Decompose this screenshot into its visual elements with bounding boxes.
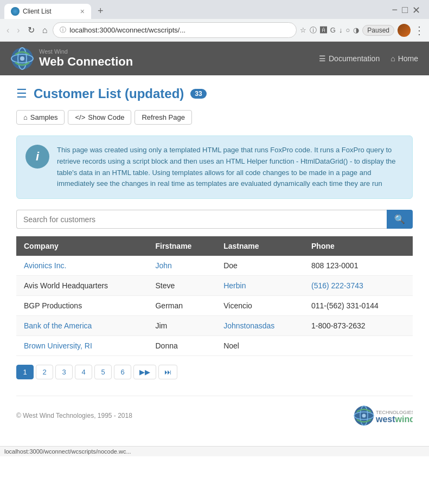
table-link[interactable]: John <box>155 261 171 270</box>
list-icon: ☰ <box>16 87 27 101</box>
customer-table: Company Firstname Lastname Phone Avionic… <box>16 236 413 356</box>
ext-icon2[interactable]: G <box>330 26 336 34</box>
table-link[interactable]: Johnstonasdas <box>223 321 274 330</box>
table-link[interactable]: Avionics Inc. <box>24 261 66 270</box>
maximize-button[interactable]: □ <box>402 4 408 16</box>
refresh-page-button[interactable]: Refresh Page <box>135 110 192 125</box>
next-page-button[interactable]: ▶▶ <box>133 365 156 379</box>
table-cell: 1-800-873-2632 <box>304 316 413 336</box>
table-header: Company Firstname Lastname Phone <box>16 236 413 256</box>
lock-icon: ⓘ <box>60 25 66 35</box>
info-icon[interactable]: ⓘ <box>310 25 317 35</box>
table-cell[interactable]: John <box>148 256 216 276</box>
table-cell[interactable]: Avionics Inc. <box>16 256 148 276</box>
footer: © West Wind Technologies, 1995 - 2018 TE… <box>16 396 413 435</box>
home-button[interactable]: ⌂ <box>40 23 50 37</box>
logo-svg <box>11 47 34 70</box>
page-button-1[interactable]: 1 <box>16 365 34 379</box>
count-badge: 33 <box>190 89 206 99</box>
table-body: Avionics Inc.JohnDoe808 123-0001Avis Wor… <box>16 256 413 356</box>
page-button-2[interactable]: 2 <box>36 365 53 379</box>
footer-logo: TECHNOLOGIES westwind <box>353 405 413 427</box>
search-button[interactable]: 🔍 <box>387 210 413 229</box>
table-cell: 011-(562) 331-0144 <box>304 296 413 316</box>
col-phone: Phone <box>304 236 413 256</box>
address-bar: ‹ › ↻ ⌂ ⓘ localhost:3000/wconnect/wcscri… <box>0 19 429 41</box>
code-icon: </> <box>75 113 85 121</box>
logo-text: West Wind Web Connection <box>39 48 133 69</box>
status-text: localhost:3000/wconnect/wcscripts/nocode… <box>4 448 131 455</box>
table-cell: BGP Productions <box>16 296 148 316</box>
info-box: i This page was created using only a tem… <box>16 135 413 199</box>
table-cell[interactable]: Johnstonasdas <box>216 316 304 336</box>
page-button-4[interactable]: 4 <box>75 365 92 379</box>
show-code-button[interactable]: </> Show Code <box>68 110 131 125</box>
table-row: Avionics Inc.JohnDoe808 123-0001 <box>16 256 413 276</box>
table-cell: Jim <box>148 316 216 336</box>
ext-icon1[interactable]: 🅰 <box>320 26 327 34</box>
doc-icon: ☰ <box>319 54 326 63</box>
table-link[interactable]: (516) 222-3743 <box>311 281 363 290</box>
table-row: Bank of the AmericaJimJohnstonasdas1-800… <box>16 316 413 336</box>
back-button[interactable]: ‹ <box>4 23 11 37</box>
info-text: This page was created using only a templ… <box>57 145 404 190</box>
table-cell[interactable]: (516) 222-3743 <box>304 276 413 296</box>
table-row: Brown University, RIDonnaNoel <box>16 336 413 356</box>
refresh-button[interactable]: ↻ <box>25 23 37 37</box>
tab-bar: Client List × + − □ ✕ <box>0 0 429 19</box>
new-tab-button[interactable]: + <box>93 3 108 19</box>
table-link[interactable]: Herbin <box>223 281 246 290</box>
documentation-button[interactable]: ☰ Documentation <box>319 54 380 63</box>
home-label: Home <box>398 54 418 63</box>
info-circle-icon: i <box>25 145 49 169</box>
table-cell: Vicencio <box>216 296 304 316</box>
minimize-button[interactable]: − <box>392 4 398 16</box>
table-cell[interactable]: Bank of the America <box>16 316 148 336</box>
page-button-3[interactable]: 3 <box>55 365 73 379</box>
samples-button[interactable]: ⌂ Samples <box>16 110 65 125</box>
page-button-5[interactable]: 5 <box>94 365 112 379</box>
show-code-label: Show Code <box>88 113 124 121</box>
table-cell: Avis World Headquarters <box>16 276 148 296</box>
forward-button[interactable]: › <box>15 23 22 37</box>
star-icon[interactable]: ☆ <box>300 26 306 34</box>
last-page-button[interactable]: ⏭ <box>158 365 177 379</box>
header-nav: ☰ Documentation ⌂ Home <box>319 54 418 63</box>
profile-icon[interactable] <box>398 24 411 37</box>
address-input[interactable]: ⓘ localhost:3000/wconnect/wcscripts/... <box>53 22 296 38</box>
paused-badge: Paused <box>362 25 394 36</box>
search-input[interactable] <box>16 210 387 229</box>
app-logo: West Wind Web Connection <box>11 47 133 70</box>
table-cell[interactable]: Herbin <box>216 276 304 296</box>
svg-point-3 <box>20 56 24 61</box>
tab-title: Client List <box>23 8 77 15</box>
table-cell: Steve <box>148 276 216 296</box>
window-controls: − □ ✕ <box>388 4 425 18</box>
table-cell: German <box>148 296 216 316</box>
table-cell: Noel <box>216 336 304 356</box>
ext-icon3[interactable]: ↓ <box>339 26 343 34</box>
col-lastname: Lastname <box>216 236 304 256</box>
table-cell[interactable]: Brown University, RI <box>16 336 148 356</box>
active-tab[interactable]: Client List × <box>4 4 91 19</box>
home-nav-button[interactable]: ⌂ Home <box>390 54 418 63</box>
close-window-button[interactable]: ✕ <box>412 4 420 16</box>
samples-icon: ⌂ <box>23 113 28 121</box>
tab-close-icon[interactable]: × <box>80 7 85 16</box>
page-title: Customer List (updated) <box>34 86 184 101</box>
search-icon: 🔍 <box>394 215 405 224</box>
status-bar: localhost:3000/wconnect/wcscripts/nocode… <box>0 446 429 456</box>
svg-text:westwind: westwind <box>375 415 413 424</box>
table-cell <box>304 336 413 356</box>
table-link[interactable]: Bank of the America <box>24 321 92 330</box>
browser-toolbar-icons: ☆ ⓘ 🅰 G ↓ ○ ◑ Paused ⋮ <box>300 24 425 37</box>
table-link[interactable]: Brown University, RI <box>24 341 92 350</box>
ext-icon4[interactable]: ○ <box>345 26 350 34</box>
table-row: Avis World HeadquartersSteveHerbin(516) … <box>16 276 413 296</box>
browser-menu-button[interactable]: ⋮ <box>414 24 425 37</box>
ext-icon5[interactable]: ◑ <box>353 26 359 34</box>
page-button-6[interactable]: 6 <box>114 365 131 379</box>
copyright-text: © West Wind Technologies, 1995 - 2018 <box>16 412 132 419</box>
footer-logo-svg: TECHNOLOGIES westwind <box>353 405 413 427</box>
col-firstname: Firstname <box>148 236 216 256</box>
